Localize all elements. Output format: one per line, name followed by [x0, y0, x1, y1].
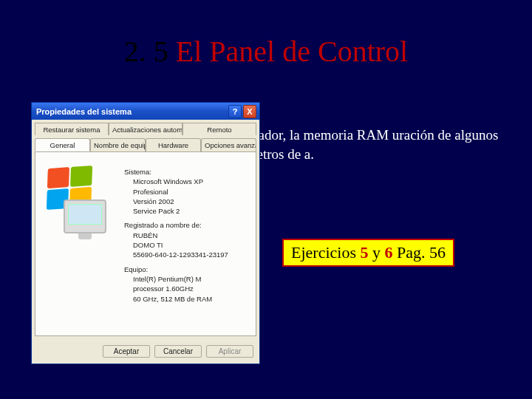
callout-tail: Pag. 56 [397, 243, 446, 262]
system-line-0: Microsoft Windows XP [124, 177, 228, 186]
tab-general[interactable]: General [35, 138, 90, 151]
monitor-stand-icon [78, 233, 92, 239]
tab-hardware[interactable]: Hardware [146, 138, 201, 151]
tab-updates[interactable]: Actualizaciones automáticas [109, 123, 183, 135]
callout-num1: 5 [360, 243, 368, 262]
title-main: El Panel de Control [176, 35, 408, 68]
system-line-2: Versión 2002 [124, 197, 228, 206]
registered-line-1: DOMO TI [124, 240, 228, 250]
equipment-line-2: 60 GHz, 512 MB de RAM [124, 294, 228, 304]
monitor-icon [64, 200, 106, 233]
equipment-line-0: Intel(R) Pentium(R) M [124, 274, 228, 284]
exercise-callout: Ejercicios 5 y 6 Pag. 56 [282, 239, 454, 267]
ok-button[interactable]: Aceptar [103, 345, 150, 358]
tabs-row-2: General Nombre de equipo Hardware Opcion… [32, 135, 259, 151]
registered-label: Registrado a nombre de: [124, 220, 228, 230]
windows-logo-graphic [43, 164, 117, 249]
title-prefix: 2. 5 [124, 35, 176, 68]
system-line-3: Service Pack 2 [124, 206, 228, 216]
equipment-line-1: processor 1.60GHz [124, 284, 228, 293]
tabs-row-1: Restaurar sistema Actualizaciones automá… [32, 120, 259, 135]
close-button[interactable]: X [243, 105, 256, 118]
tab-panel-general: Sistema: Microsoft Windows XP Profesiona… [35, 151, 256, 336]
tab-advanced[interactable]: Opciones avanzadas [201, 138, 256, 151]
cancel-button[interactable]: Cancelar [154, 345, 202, 358]
titlebar[interactable]: Propiedades del sistema ? X [32, 103, 259, 120]
tab-remote[interactable]: Remoto [183, 123, 256, 135]
body-paragraph: procesador, la memoria RAM uración de al… [222, 126, 517, 163]
system-properties-dialog: Propiedades del sistema ? X Restaurar si… [31, 102, 260, 364]
system-line-1: Profesional [124, 187, 228, 197]
dialog-buttons: Aceptar Cancelar Aplicar [32, 341, 259, 364]
registered-line-2: 55690-640-12-1293341-23197 [124, 250, 228, 259]
callout-word: Ejercicios [291, 243, 356, 262]
registered-line-0: RUBÉN [124, 231, 228, 240]
help-button[interactable]: ? [228, 105, 242, 118]
system-label: Sistema: [124, 167, 228, 177]
equipment-label: Equipo: [124, 265, 228, 274]
tab-computer-name[interactable]: Nombre de equipo [90, 138, 146, 151]
system-info: Sistema: Microsoft Windows XP Profesiona… [124, 161, 228, 304]
apply-button[interactable]: Aplicar [206, 345, 253, 358]
slide-title: 2. 5 El Panel de Control [0, 34, 532, 69]
titlebar-text: Propiedades del sistema [36, 107, 227, 116]
tab-restore[interactable]: Restaurar sistema [35, 123, 109, 135]
callout-num2: 6 [384, 243, 392, 262]
callout-and: y [372, 243, 381, 262]
